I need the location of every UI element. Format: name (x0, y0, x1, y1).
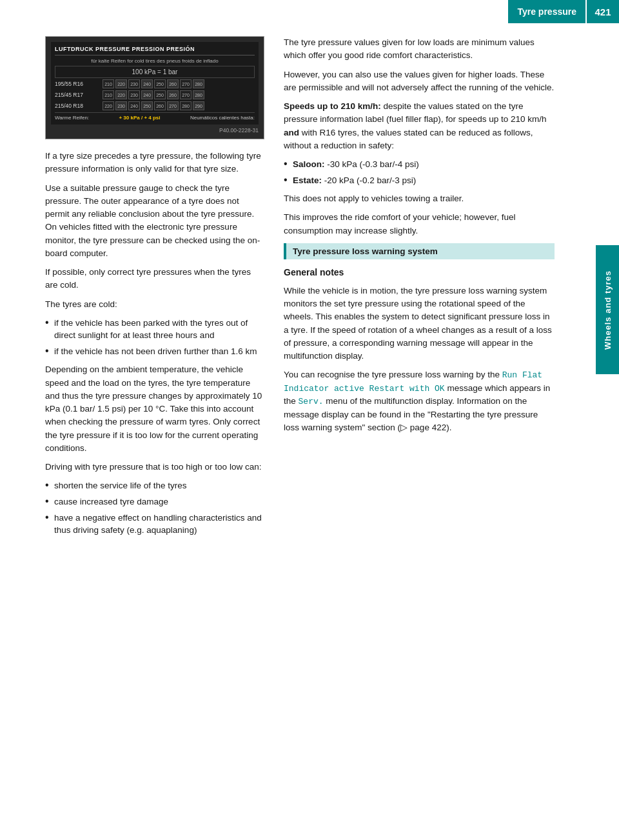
bullet-dot-2: • (45, 346, 54, 356)
header-bar: Tyre pressure 421 (0, 0, 619, 23)
right-para-4: This does not apply to vehicles towing a… (284, 192, 555, 205)
cold-bullets-list: • if the vehicle has been parked with th… (45, 317, 264, 358)
right-para-6: While the vehicle is in motion, the tyre… (284, 285, 555, 363)
side-tab-label: Wheels and tyres (603, 270, 613, 350)
speed-bullet-2: • Estate: -20 kPa (-0.2 bar/-3 psi) (284, 174, 555, 187)
left-para-6: Driving with tyre pressure that is too h… (45, 461, 264, 474)
speed-bullet-2-text: Estate: -20 kPa (-0.2 bar/-3 psi) (293, 174, 416, 187)
driving-bullets-list: • shorten the service life of the tyres … (45, 479, 264, 536)
cold-bullet-1: • if the vehicle has been parked with th… (45, 317, 264, 342)
right-para-2: However, you can also use the values giv… (284, 68, 555, 95)
bullet-dot-6: • (284, 159, 293, 169)
bullet-dot-5: • (45, 512, 54, 523)
page-title: Tyre pressure (508, 0, 585, 23)
speed-bullet-1: • Saloon: -30 kPa (-0.3 bar/-4 psi) (284, 158, 555, 171)
bullet-dot-3: • (45, 480, 54, 490)
page-number: 421 (585, 0, 619, 23)
side-tab: Wheels and tyres (596, 245, 619, 374)
tyre-row-2: 215/45 R17 210 220 230 240 250 260 270 2… (55, 90, 255, 99)
left-para-5: Depending on the ambient temperature, th… (45, 363, 264, 455)
driving-bullet-2: • cause increased tyre damage (45, 495, 264, 508)
tyre-subheader: für kalte Reifen for cold tires des pneu… (55, 58, 255, 64)
left-para-3: If possible, only correct tyre pressures… (45, 266, 264, 292)
right-para-7: You can recognise the tyre pressure loss… (284, 368, 555, 434)
tyre-rows: 195/55 R16 210 220 230 240 250 260 270 2… (55, 79, 255, 110)
tyre-pressure-image: LUFTDRUCK PRESSURE PRESSION PRESIÓN für … (45, 36, 264, 139)
image-caption: P40.00-2228-31 (51, 127, 259, 134)
bullet-dot-1: • (45, 317, 54, 328)
right-para-5: This improves the ride comfort of your v… (284, 211, 555, 237)
right-para-3: Speeds up to 210 km/h: despite the value… (284, 100, 555, 152)
right-para-1: The tyre pressure values given for low l… (284, 36, 555, 63)
left-para-1: If a tyre size precedes a tyre pressure,… (45, 150, 264, 176)
cold-bullet-2: • if the vehicle has not been driven fur… (45, 345, 264, 358)
tyre-row-1: 195/55 R16 210 220 230 240 250 260 270 2… (55, 79, 255, 88)
speed-bullets-list: • Saloon: -30 kPa (-0.3 bar/-4 psi) • Es… (284, 158, 555, 186)
main-content: LUFTDRUCK PRESSURE PRESSION PRESIÓN für … (0, 23, 619, 555)
tyre-table: LUFTDRUCK PRESSURE PRESSION PRESIÓN für … (51, 42, 259, 125)
bullet-dot-7: • (284, 175, 293, 185)
left-column: LUFTDRUCK PRESSURE PRESSION PRESIÓN für … (45, 36, 264, 543)
tyre-row-3: 215/40 R18 220 230 240 250 260 270 280 2… (55, 101, 255, 110)
right-column: The tyre pressure values given for low l… (284, 36, 580, 543)
left-para-2: Use a suitable pressure gauge to check t… (45, 182, 264, 261)
section-header: Tyre pressure loss warning system (284, 243, 555, 259)
tyre-bar-label: 100 kPa = 1 bar (55, 66, 255, 78)
tyre-table-header: LUFTDRUCK PRESSURE PRESSION PRESIÓN (55, 46, 255, 55)
general-notes-title: General notes (284, 266, 555, 279)
bullet-dot-4: • (45, 496, 54, 506)
header-title-text: Tyre pressure (517, 6, 576, 17)
speed-bullet-1-text: Saloon: -30 kPa (-0.3 bar/-4 psi) (293, 158, 419, 171)
driving-bullet-3: • have a negative effect on handling cha… (45, 512, 264, 537)
driving-bullet-1: • shorten the service life of the tyres (45, 479, 264, 492)
left-para-4: The tyres are cold: (45, 298, 264, 311)
warm-tyre-row: Warme Reifen: + 30 kPa / + 4 psi Neumáti… (55, 112, 255, 121)
